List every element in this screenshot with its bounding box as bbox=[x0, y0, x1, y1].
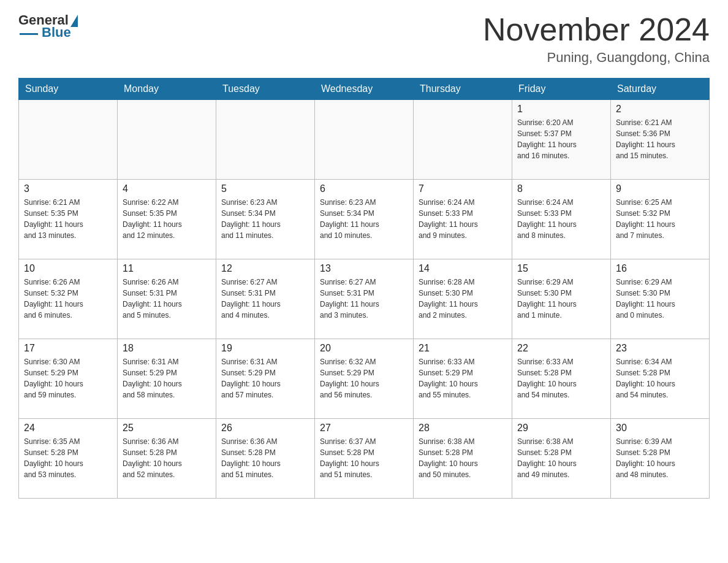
calendar-cell: 9Sunrise: 6:25 AM Sunset: 5:32 PM Daylig… bbox=[611, 180, 710, 259]
day-info: Sunrise: 6:23 AM Sunset: 5:34 PM Dayligh… bbox=[320, 197, 408, 241]
day-number: 9 bbox=[616, 183, 704, 194]
calendar-cell: 16Sunrise: 6:29 AM Sunset: 5:30 PM Dayli… bbox=[611, 259, 710, 339]
day-info: Sunrise: 6:22 AM Sunset: 5:35 PM Dayligh… bbox=[123, 197, 211, 241]
calendar-cell: 3Sunrise: 6:21 AM Sunset: 5:35 PM Daylig… bbox=[19, 180, 118, 259]
calendar-cell: 4Sunrise: 6:22 AM Sunset: 5:35 PM Daylig… bbox=[118, 180, 216, 259]
calendar-week-3: 10Sunrise: 6:26 AM Sunset: 5:32 PM Dayli… bbox=[19, 259, 710, 339]
weekday-header-wednesday: Wednesday bbox=[315, 79, 414, 100]
calendar-cell bbox=[19, 100, 118, 180]
day-number: 25 bbox=[123, 423, 211, 434]
day-number: 23 bbox=[616, 343, 704, 354]
location-title: Puning, Guangdong, China bbox=[483, 50, 710, 66]
day-number: 27 bbox=[320, 423, 408, 434]
calendar-cell: 14Sunrise: 6:28 AM Sunset: 5:30 PM Dayli… bbox=[414, 259, 512, 339]
day-info: Sunrise: 6:39 AM Sunset: 5:28 PM Dayligh… bbox=[616, 436, 704, 480]
weekday-header-monday: Monday bbox=[118, 79, 216, 100]
day-number: 20 bbox=[320, 343, 408, 354]
calendar-cell: 13Sunrise: 6:27 AM Sunset: 5:31 PM Dayli… bbox=[315, 259, 414, 339]
calendar-cell: 12Sunrise: 6:27 AM Sunset: 5:31 PM Dayli… bbox=[216, 259, 315, 339]
weekday-header-row: SundayMondayTuesdayWednesdayThursdayFrid… bbox=[19, 79, 710, 100]
day-number: 14 bbox=[419, 263, 507, 274]
day-info: Sunrise: 6:25 AM Sunset: 5:32 PM Dayligh… bbox=[616, 197, 704, 241]
calendar-cell: 24Sunrise: 6:35 AM Sunset: 5:28 PM Dayli… bbox=[19, 419, 118, 499]
day-info: Sunrise: 6:23 AM Sunset: 5:34 PM Dayligh… bbox=[221, 197, 309, 241]
day-info: Sunrise: 6:28 AM Sunset: 5:30 PM Dayligh… bbox=[419, 277, 507, 321]
day-number: 28 bbox=[419, 423, 507, 434]
calendar-cell: 25Sunrise: 6:36 AM Sunset: 5:28 PM Dayli… bbox=[118, 419, 216, 499]
calendar-cell bbox=[118, 100, 216, 180]
calendar-cell: 26Sunrise: 6:36 AM Sunset: 5:28 PM Dayli… bbox=[216, 419, 315, 499]
day-info: Sunrise: 6:30 AM Sunset: 5:29 PM Dayligh… bbox=[24, 356, 112, 400]
weekday-header-sunday: Sunday bbox=[19, 79, 118, 100]
calendar-cell: 15Sunrise: 6:29 AM Sunset: 5:30 PM Dayli… bbox=[512, 259, 611, 339]
day-info: Sunrise: 6:24 AM Sunset: 5:33 PM Dayligh… bbox=[517, 197, 605, 241]
calendar-cell: 11Sunrise: 6:26 AM Sunset: 5:31 PM Dayli… bbox=[118, 259, 216, 339]
calendar-week-1: 1Sunrise: 6:20 AM Sunset: 5:37 PM Daylig… bbox=[19, 100, 710, 180]
day-info: Sunrise: 6:26 AM Sunset: 5:32 PM Dayligh… bbox=[24, 277, 112, 321]
calendar-cell: 22Sunrise: 6:33 AM Sunset: 5:28 PM Dayli… bbox=[512, 339, 611, 419]
day-info: Sunrise: 6:33 AM Sunset: 5:28 PM Dayligh… bbox=[517, 356, 605, 400]
day-number: 10 bbox=[24, 263, 112, 274]
calendar-cell: 1Sunrise: 6:20 AM Sunset: 5:37 PM Daylig… bbox=[512, 100, 611, 180]
calendar-cell: 28Sunrise: 6:38 AM Sunset: 5:28 PM Dayli… bbox=[414, 419, 512, 499]
day-info: Sunrise: 6:27 AM Sunset: 5:31 PM Dayligh… bbox=[221, 277, 309, 321]
day-info: Sunrise: 6:38 AM Sunset: 5:28 PM Dayligh… bbox=[517, 436, 605, 480]
day-number: 6 bbox=[320, 183, 408, 194]
day-info: Sunrise: 6:31 AM Sunset: 5:29 PM Dayligh… bbox=[123, 356, 211, 400]
logo-blue-text: Blue bbox=[42, 25, 71, 40]
calendar-cell: 30Sunrise: 6:39 AM Sunset: 5:28 PM Dayli… bbox=[611, 419, 710, 499]
day-number: 11 bbox=[123, 263, 211, 274]
calendar-cell: 21Sunrise: 6:33 AM Sunset: 5:29 PM Dayli… bbox=[414, 339, 512, 419]
day-number: 30 bbox=[616, 423, 704, 434]
day-number: 5 bbox=[221, 183, 309, 194]
title-block: November 2024 Puning, Guangdong, China bbox=[483, 12, 710, 66]
day-info: Sunrise: 6:37 AM Sunset: 5:28 PM Dayligh… bbox=[320, 436, 408, 480]
logo-triangle-icon bbox=[70, 15, 78, 27]
calendar-cell: 20Sunrise: 6:32 AM Sunset: 5:29 PM Dayli… bbox=[315, 339, 414, 419]
day-number: 1 bbox=[517, 104, 605, 115]
day-info: Sunrise: 6:29 AM Sunset: 5:30 PM Dayligh… bbox=[517, 277, 605, 321]
day-number: 24 bbox=[24, 423, 112, 434]
day-number: 18 bbox=[123, 343, 211, 354]
day-number: 21 bbox=[419, 343, 507, 354]
calendar-cell bbox=[315, 100, 414, 180]
day-number: 17 bbox=[24, 343, 112, 354]
day-number: 2 bbox=[616, 104, 704, 115]
day-info: Sunrise: 6:20 AM Sunset: 5:37 PM Dayligh… bbox=[517, 117, 605, 161]
calendar-cell: 8Sunrise: 6:24 AM Sunset: 5:33 PM Daylig… bbox=[512, 180, 611, 259]
day-number: 29 bbox=[517, 423, 605, 434]
weekday-header-friday: Friday bbox=[512, 79, 611, 100]
weekday-header-saturday: Saturday bbox=[611, 79, 710, 100]
day-info: Sunrise: 6:26 AM Sunset: 5:31 PM Dayligh… bbox=[123, 277, 211, 321]
day-info: Sunrise: 6:29 AM Sunset: 5:30 PM Dayligh… bbox=[616, 277, 704, 321]
calendar-cell: 19Sunrise: 6:31 AM Sunset: 5:29 PM Dayli… bbox=[216, 339, 315, 419]
weekday-header-tuesday: Tuesday bbox=[216, 79, 315, 100]
calendar-cell: 10Sunrise: 6:26 AM Sunset: 5:32 PM Dayli… bbox=[19, 259, 118, 339]
day-info: Sunrise: 6:21 AM Sunset: 5:36 PM Dayligh… bbox=[616, 117, 704, 161]
day-number: 7 bbox=[419, 183, 507, 194]
day-info: Sunrise: 6:21 AM Sunset: 5:35 PM Dayligh… bbox=[24, 197, 112, 241]
calendar-cell: 18Sunrise: 6:31 AM Sunset: 5:29 PM Dayli… bbox=[118, 339, 216, 419]
calendar-week-4: 17Sunrise: 6:30 AM Sunset: 5:29 PM Dayli… bbox=[19, 339, 710, 419]
day-number: 22 bbox=[517, 343, 605, 354]
calendar-week-2: 3Sunrise: 6:21 AM Sunset: 5:35 PM Daylig… bbox=[19, 180, 710, 259]
calendar-cell: 2Sunrise: 6:21 AM Sunset: 5:36 PM Daylig… bbox=[611, 100, 710, 180]
calendar-cell bbox=[414, 100, 512, 180]
calendar-cell: 23Sunrise: 6:34 AM Sunset: 5:28 PM Dayli… bbox=[611, 339, 710, 419]
calendar-table: SundayMondayTuesdayWednesdayThursdayFrid… bbox=[18, 78, 710, 499]
calendar-cell: 7Sunrise: 6:24 AM Sunset: 5:33 PM Daylig… bbox=[414, 180, 512, 259]
day-number: 13 bbox=[320, 263, 408, 274]
day-info: Sunrise: 6:32 AM Sunset: 5:29 PM Dayligh… bbox=[320, 356, 408, 400]
day-info: Sunrise: 6:36 AM Sunset: 5:28 PM Dayligh… bbox=[221, 436, 309, 480]
day-number: 3 bbox=[24, 183, 112, 194]
day-number: 15 bbox=[517, 263, 605, 274]
calendar-cell bbox=[216, 100, 315, 180]
calendar-cell: 17Sunrise: 6:30 AM Sunset: 5:29 PM Dayli… bbox=[19, 339, 118, 419]
calendar-cell: 29Sunrise: 6:38 AM Sunset: 5:28 PM Dayli… bbox=[512, 419, 611, 499]
logo: General Blue bbox=[18, 12, 78, 40]
day-number: 4 bbox=[123, 183, 211, 194]
calendar-cell: 27Sunrise: 6:37 AM Sunset: 5:28 PM Dayli… bbox=[315, 419, 414, 499]
day-info: Sunrise: 6:38 AM Sunset: 5:28 PM Dayligh… bbox=[419, 436, 507, 480]
day-number: 26 bbox=[221, 423, 309, 434]
day-number: 16 bbox=[616, 263, 704, 274]
